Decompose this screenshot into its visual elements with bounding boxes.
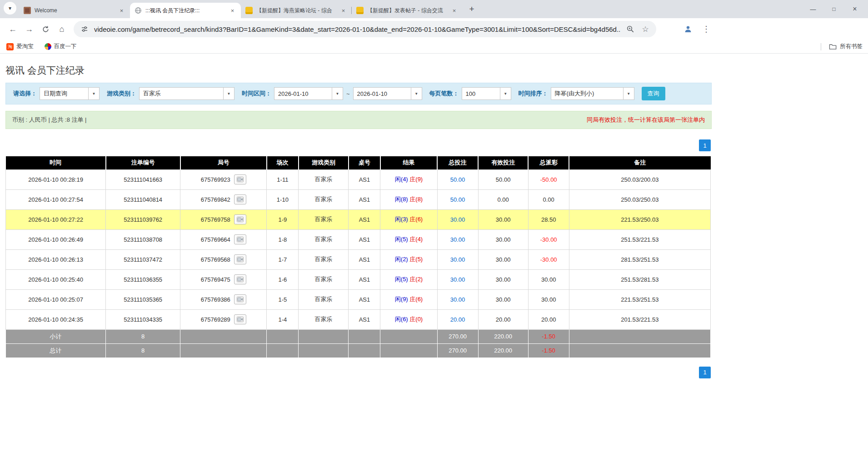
maximize-button[interactable]: □ [823, 0, 844, 18]
cell-bet-no: 523111038708 [106, 229, 180, 249]
site-settings-icon[interactable] [79, 24, 90, 35]
forward-button[interactable]: → [21, 21, 37, 37]
chevron-down-icon[interactable]: ▼ [411, 88, 422, 99]
cell-game-type: 百家乐 [299, 249, 349, 269]
chevron-down-icon[interactable]: ▼ [223, 88, 234, 99]
round-video-button[interactable] [234, 234, 246, 244]
chevron-down-icon[interactable]: ▼ [332, 88, 343, 99]
page-size-select[interactable]: 100 ▼ [462, 87, 511, 100]
close-icon[interactable]: × [339, 7, 347, 15]
round-video-button[interactable] [234, 254, 246, 264]
foot-empty-cell [267, 329, 299, 343]
url-text[interactable]: videoie.com/game/betrecord_search/kind3?… [94, 25, 621, 33]
subtotal-row: 小计8270.00220.00-1.50 [6, 329, 711, 343]
cell-result: 闲(5) 庄(4) [380, 229, 437, 249]
round-video-button[interactable] [234, 214, 246, 224]
foot-empty-cell [299, 329, 349, 343]
player-result: 闲(3) [395, 216, 408, 223]
back-button[interactable]: ← [5, 21, 21, 37]
foot-count: 8 [106, 343, 180, 358]
column-header: 总派彩 [528, 156, 569, 169]
round-video-button[interactable] [234, 174, 246, 184]
date-end-select[interactable]: 2026-01-10 ▼ [353, 87, 422, 100]
profile-button[interactable] [680, 21, 696, 37]
tab-welcome[interactable]: Welcome × [19, 3, 130, 18]
cell-session: 1-9 [267, 209, 299, 229]
cell-bet-no: 523111034335 [106, 309, 180, 329]
cell-round-no: 675769289 [180, 309, 267, 329]
column-header: 有效投注 [478, 156, 528, 169]
cell-bet-no: 523111041663 [106, 169, 180, 189]
column-header: 备注 [569, 156, 710, 169]
close-icon[interactable]: × [118, 7, 125, 15]
cell-table-no: AS1 [349, 189, 380, 209]
chevron-down-icon[interactable]: ▼ [88, 88, 99, 99]
player-result: 闲(5) [395, 236, 408, 243]
bookmark-star-icon[interactable]: ☆ [640, 24, 651, 35]
column-header: 局号 [180, 156, 267, 169]
bookmark-label: 百度一下 [54, 43, 77, 50]
all-bookmarks-button[interactable]: 所有书签 [821, 43, 863, 50]
cell-payout: 0.00 [528, 189, 569, 209]
cell-note: 221.53/250.03 [569, 209, 710, 229]
page-size-label: 每页笔数： [429, 89, 459, 98]
cell-valid-bet: 20.00 [478, 309, 528, 329]
video-icon [237, 237, 244, 242]
cell-session: 1-8 [267, 229, 299, 249]
cell-note: 201.53/221.53 [569, 309, 710, 329]
zoom-icon[interactable] [625, 24, 636, 35]
query-button[interactable]: 查询 [642, 87, 665, 100]
tab-search-button[interactable]: ▾ [4, 2, 16, 15]
cell-game-type: 百家乐 [299, 269, 349, 289]
bookmark-aitaobao[interactable]: 淘 爱淘宝 [6, 43, 34, 50]
cell-table-no: AS1 [349, 269, 380, 289]
close-icon[interactable]: × [229, 7, 236, 15]
browser-window: ▾ Welcome × :::视讯 会员下注纪录::: × 【新提醒】海燕策略论… [0, 0, 868, 378]
tab-forum-haiyan[interactable]: 【新提醒】海燕策略论坛 - 综合 × [241, 3, 352, 18]
cell-bet-no: 523111037472 [106, 249, 180, 269]
column-header: 场次 [267, 156, 299, 169]
column-header: 结果 [380, 156, 437, 169]
cell-result: 闲(9) 庄(6) [380, 289, 437, 309]
close-icon[interactable]: × [450, 7, 458, 15]
banker-result: 庄(0) [409, 316, 423, 323]
round-video-button[interactable] [234, 194, 246, 204]
minimize-button[interactable]: — [803, 0, 823, 18]
pagination-bottom: 1 [5, 367, 711, 378]
summary-bar: 币别 : 人民币 | 总共 :8 注单 | 同局有效投注，统一计算在该局第一张注… [5, 111, 712, 129]
address-bar[interactable]: videoie.com/game/betrecord_search/kind3?… [74, 21, 656, 37]
new-tab-button[interactable]: + [465, 3, 478, 15]
date-start-select[interactable]: 2026-01-10 ▼ [274, 87, 343, 100]
close-window-button[interactable]: × [844, 0, 865, 18]
chevron-down-icon[interactable]: ▼ [500, 88, 511, 99]
sort-label: 时间排序： [519, 89, 548, 98]
foot-empty-cell [380, 329, 437, 343]
query-type-select[interactable]: 日期查询 ▼ [40, 87, 100, 100]
cell-payout: -30.00 [528, 249, 569, 269]
video-icon [237, 217, 244, 222]
round-video-button[interactable] [234, 294, 246, 304]
tab-forum-post[interactable]: 【新提醒】发表帖子 - 综合交流 × [352, 3, 463, 18]
page-size-value: 100 [462, 88, 500, 99]
foot-empty-cell [569, 329, 710, 343]
page-number-button[interactable]: 1 [699, 139, 711, 151]
tab-bet-records[interactable]: :::视讯 会员下注纪录::: × [130, 3, 241, 18]
sort-select[interactable]: 降幂(由大到小) ▼ [551, 87, 634, 100]
round-video-button[interactable] [234, 314, 246, 324]
round-video-button[interactable] [234, 274, 246, 284]
refresh-button[interactable] [37, 21, 54, 37]
game-type-value: 百家乐 [140, 88, 223, 99]
tab-title: Welcome [35, 7, 114, 14]
bookmark-baidu[interactable]: 百度一下 [45, 43, 77, 50]
game-type-select[interactable]: 百家乐 ▼ [139, 87, 234, 100]
cell-payout: 30.00 [528, 269, 569, 289]
query-type-label: 请选择： [13, 89, 37, 98]
cell-note: 250.03/200.03 [569, 169, 710, 189]
page-number-button[interactable]: 1 [699, 367, 711, 378]
chevron-down-icon[interactable]: ▼ [623, 88, 634, 99]
cell-session: 1-6 [267, 269, 299, 289]
banker-result: 庄(8) [409, 196, 423, 203]
home-button[interactable]: ⌂ [54, 21, 70, 37]
table-row: 2026-01-10 00:26:49523111038708675769664… [6, 229, 711, 249]
menu-button[interactable]: ⋮ [698, 21, 714, 37]
